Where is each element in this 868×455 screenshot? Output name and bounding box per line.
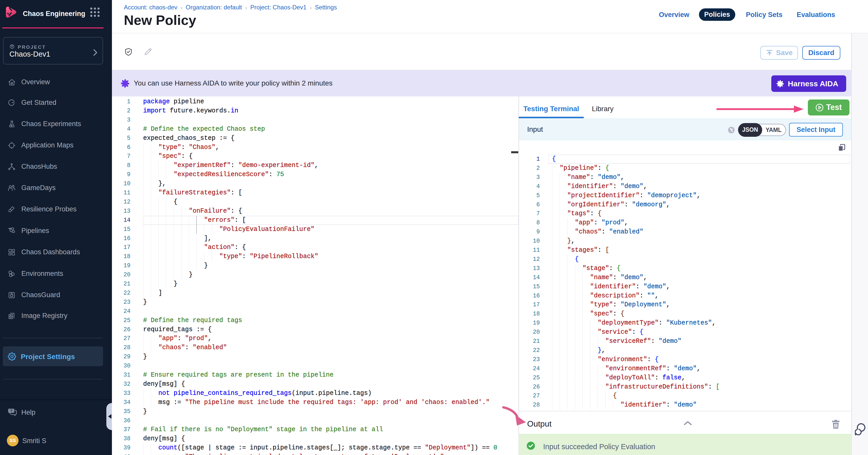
svg-text:?: ? xyxy=(10,409,12,413)
